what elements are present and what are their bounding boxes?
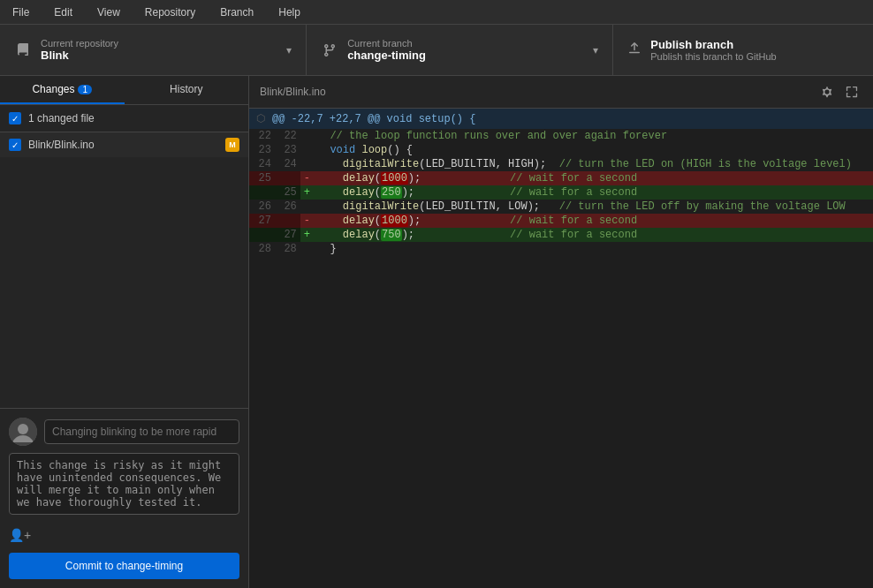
menu-file[interactable]: File: [7, 4, 34, 20]
svg-point-1: [18, 424, 28, 434]
branch-icon: [321, 41, 338, 59]
table-row: 22 22 // the loop function runs over and…: [249, 129, 873, 143]
current-branch-section[interactable]: Current branch change-timing ▾: [307, 25, 613, 75]
expand-icon[interactable]: [841, 81, 862, 102]
sidebar: Changes1 History ✓ 1 changed file ✓ Blin…: [0, 76, 249, 588]
file-checkbox[interactable]: ✓: [9, 139, 21, 151]
branch-text: Current branch change-timing: [347, 38, 426, 62]
commit-button[interactable]: Commit to change-timing: [9, 553, 239, 579]
repo-chevron-icon: ▾: [286, 44, 292, 57]
diff-hunk-header: ⬡ @@ -22,7 +22,7 @@ void setup() {: [249, 109, 873, 129]
table-row: 26 26 digitalWrite(LED_BUILTIN, LOW); //…: [249, 200, 873, 214]
repo-text: Current repository Blink: [41, 38, 118, 62]
code-header: Blink/Blink.ino: [249, 76, 873, 109]
select-all-checkbox[interactable]: ✓: [9, 112, 21, 124]
avatar: [9, 418, 37, 446]
code-header-actions: [816, 81, 862, 102]
table-row: 27 + delay(750); // wait for a second: [249, 228, 873, 242]
add-coauthor-icon: 👤+: [9, 528, 31, 542]
changes-badge: 1: [78, 85, 92, 94]
breadcrumb: Blink/Blink.ino: [260, 86, 326, 98]
menu-view[interactable]: View: [92, 4, 125, 20]
changed-files-count: 1 changed file: [28, 112, 95, 124]
menu-help[interactable]: Help: [273, 4, 306, 20]
publish-icon: [627, 41, 641, 58]
settings-icon[interactable]: [816, 81, 838, 102]
branch-name: change-timing: [347, 49, 426, 62]
table-row: 28 28 }: [249, 242, 873, 256]
commit-area: This change is risky as it might have un…: [0, 408, 248, 588]
publish-label: Publish branch: [650, 38, 776, 51]
diff-table: 22 22 // the loop function runs over and…: [249, 129, 873, 256]
table-row: 27 - delay(1000); // wait for a second: [249, 214, 873, 228]
main-layout: Changes1 History ✓ 1 changed file ✓ Blin…: [0, 76, 873, 588]
sidebar-spacer: [0, 157, 248, 408]
tab-history[interactable]: History: [125, 76, 249, 104]
toolbar: Current repository Blink ▾ Current branc…: [0, 25, 873, 76]
branch-label: Current branch: [347, 38, 426, 49]
table-row: 24 24 digitalWrite(LED_BUILTIN, HIGH); /…: [249, 157, 873, 171]
menubar: File Edit View Repository Branch Help: [0, 0, 873, 25]
repo-name: Blink: [41, 49, 118, 62]
table-row: 25 - delay(1000); // wait for a second: [249, 171, 873, 185]
menu-edit[interactable]: Edit: [49, 4, 78, 20]
changed-files-header: ✓ 1 changed file: [0, 105, 248, 132]
branch-chevron-icon: ▾: [593, 44, 598, 57]
hunk-header-text: @@ -22,7 +22,7 @@ void setup() {: [272, 113, 475, 125]
diff-content[interactable]: ⬡ @@ -22,7 +22,7 @@ void setup() { 22 22…: [249, 109, 873, 588]
commit-title-input[interactable]: [44, 419, 239, 444]
repo-icon: [14, 41, 32, 59]
file-modified-badge: M: [225, 138, 239, 152]
table-row: 23 23 void loop() {: [249, 143, 873, 157]
publish-branch-section[interactable]: Publish branch Publish this branch to Gi…: [613, 25, 873, 75]
repo-label: Current repository: [41, 38, 118, 49]
current-repo-section[interactable]: Current repository Blink ▾: [0, 25, 307, 75]
sidebar-tabs: Changes1 History: [0, 76, 248, 105]
publish-sub: Publish this branch to GitHub: [650, 51, 776, 62]
table-row: 25 + delay(250); // wait for a second: [249, 185, 873, 200]
commit-message-row: [9, 418, 239, 446]
hunk-icon: ⬡: [256, 112, 265, 125]
commit-description-input[interactable]: This change is risky as it might have un…: [9, 453, 239, 515]
menu-repository[interactable]: Repository: [140, 4, 201, 20]
code-area: Blink/Blink.ino ⬡ @@ -22,7 +22,7 @@ void…: [249, 76, 873, 588]
file-item[interactable]: ✓ Blink/Blink.ino M: [0, 132, 248, 157]
file-name: Blink/Blink.ino: [28, 139, 218, 151]
menu-branch[interactable]: Branch: [215, 4, 259, 20]
add-coauthor-button[interactable]: 👤+: [9, 524, 239, 546]
publish-text: Publish branch Publish this branch to Gi…: [650, 38, 776, 62]
tab-changes[interactable]: Changes1: [0, 76, 125, 104]
